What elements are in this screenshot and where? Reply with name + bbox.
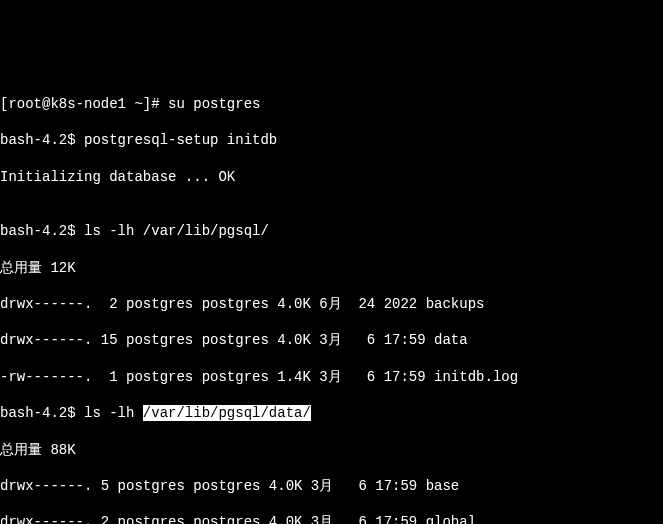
- output-line: Initializing database ... OK: [0, 168, 663, 186]
- output-line: bash-4.2$ postgresql-setup initdb: [0, 131, 663, 149]
- output-line: drwx------. 5 postgres postgres 4.0K 3月 …: [0, 477, 663, 495]
- terminal-output[interactable]: [root@k8s-node1 ~]# su postgres bash-4.2…: [0, 73, 663, 524]
- output-line: drwx------. 2 postgres postgres 4.0K 6月 …: [0, 295, 663, 313]
- output-line: drwx------. 2 postgres postgres 4.0K 3月 …: [0, 513, 663, 524]
- output-line: [root@k8s-node1 ~]# su postgres: [0, 95, 663, 113]
- highlighted-path: /var/lib/pgsql/data/: [143, 405, 311, 421]
- output-line: 总用量 12K: [0, 259, 663, 277]
- prompt-text: bash-4.2$ ls -lh: [0, 405, 143, 421]
- output-line: bash-4.2$ ls -lh /var/lib/pgsql/data/: [0, 404, 663, 422]
- output-line: drwx------. 15 postgres postgres 4.0K 3月…: [0, 331, 663, 349]
- output-line: -rw-------. 1 postgres postgres 1.4K 3月 …: [0, 368, 663, 386]
- output-line: 总用量 88K: [0, 441, 663, 459]
- output-line: bash-4.2$ ls -lh /var/lib/pgsql/: [0, 222, 663, 240]
